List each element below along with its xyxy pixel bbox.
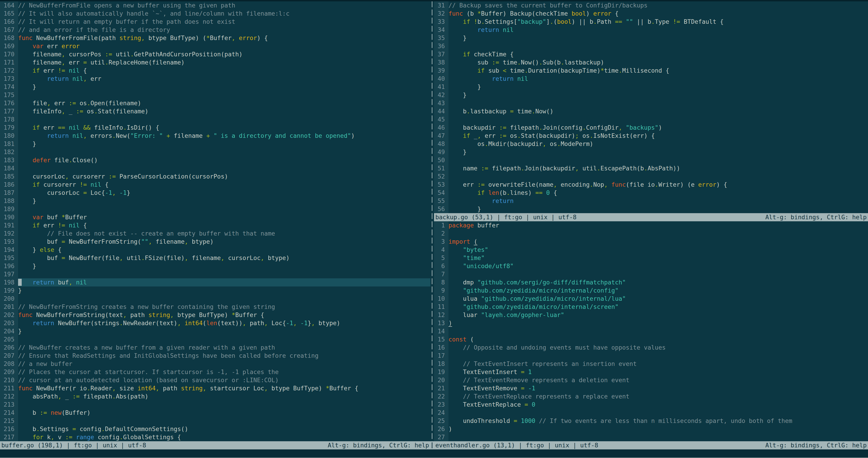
code-line[interactable]: 23 TextEventReplace = 0 xyxy=(434,401,868,409)
code-line[interactable]: 165 // It will also automatically handle… xyxy=(0,9,430,18)
code-line[interactable]: 12 luar "layeh.com/gopher-luar" xyxy=(434,311,868,319)
code-line[interactable]: 176 file, err := os.Open(filename) xyxy=(0,99,430,107)
code-line[interactable]: 181 } xyxy=(0,140,430,148)
code-line[interactable]: 54 if len(b.lines) == 0 { xyxy=(434,189,868,197)
code-line[interactable]: 37 if checkTime { xyxy=(434,50,868,58)
code-line[interactable]: 2 xyxy=(434,229,868,237)
code-line[interactable]: 167 // and an error if the file is a dir… xyxy=(0,26,430,34)
code-line[interactable]: 203 return NewBuffer(strings.NewReader(t… xyxy=(0,319,430,327)
code-line[interactable]: 7 xyxy=(434,270,868,278)
code-line[interactable]: 4 "bytes" xyxy=(434,246,868,254)
code-line[interactable]: 14 xyxy=(434,327,868,335)
code-line[interactable]: 47 if _, err := os.Stat(backupdir); os.I… xyxy=(434,132,868,140)
code-line[interactable]: 3 import ( xyxy=(434,237,868,246)
code-line[interactable]: 207 // Ensure that ReadSettings and Init… xyxy=(0,352,430,360)
code-line[interactable]: 187 cursorLoc = Loc{-1, -1} xyxy=(0,189,430,197)
code-line[interactable]: 5 "time" xyxy=(434,254,868,262)
code-line[interactable]: 20 // TextEventRemove represents a delet… xyxy=(434,376,868,384)
code-line[interactable]: 21 TextEventRemove = -1 xyxy=(434,384,868,392)
code-line[interactable]: 199 } xyxy=(0,286,430,295)
code-line[interactable]: 192 // File does not exist -- create an … xyxy=(0,229,430,237)
code-line[interactable]: 177 fileInfo, _ := os.Stat(filename) xyxy=(0,107,430,115)
code-line[interactable]: 213 xyxy=(0,401,430,409)
code-line[interactable]: 31 // Backup saves the current buffer to… xyxy=(434,1,868,9)
code-line[interactable]: 170 filename, cursorPos := util.GetPathA… xyxy=(0,50,430,58)
code-line[interactable]: 32 func (b *Buffer) Backup(checkTime boo… xyxy=(434,9,868,18)
code-line[interactable]: 202 func NewBufferFromString(text, path … xyxy=(0,311,430,319)
code-line[interactable]: 8 dmp "github.com/sergi/go-diff/diffmatc… xyxy=(434,278,868,286)
code-line[interactable]: 42 } xyxy=(434,91,868,99)
code-line[interactable]: 6 "unicode/utf8" xyxy=(434,262,868,270)
code-line[interactable]: 40 return nil xyxy=(434,75,868,83)
code-line[interactable]: 183 defer file.Close() xyxy=(0,156,430,164)
code-line[interactable]: 50 xyxy=(434,156,868,164)
editor-pane-buffer-go[interactable]: 164 // NewBufferFromFile opens a new buf… xyxy=(0,1,430,441)
code-line[interactable]: 49 } xyxy=(434,148,868,156)
code-line[interactable]: 38 sub := time.Now().Sub(b.lastbackup) xyxy=(434,58,868,66)
code-line[interactable]: 27 xyxy=(434,433,868,441)
code-line[interactable]: 9 "github.com/zyedidia/micro/internal/co… xyxy=(434,286,868,295)
code-line[interactable]: 217 for k, v := range config.GlobalSetti… xyxy=(0,433,430,441)
code-line[interactable]: 45 xyxy=(434,115,868,123)
code-line[interactable]: 185 cursorLoc, cursorerr := ParseCursorL… xyxy=(0,172,430,180)
code-line[interactable]: 191 if err != nil { xyxy=(0,221,430,229)
code-line[interactable]: 22 // TextEventReplace represents a repl… xyxy=(434,392,868,401)
code-line[interactable]: 26 ) xyxy=(434,425,868,433)
code-line[interactable]: 17 xyxy=(434,352,868,360)
code-line[interactable]: 53 err := overwriteFile(name, encoding.N… xyxy=(434,180,868,189)
command-line-row[interactable] xyxy=(0,450,868,458)
code-line[interactable]: 195 buf = NewBuffer(file, util.FSize(fil… xyxy=(0,254,430,262)
code-line[interactable]: 51 name := filepath.Join(backupdir, util… xyxy=(434,164,868,172)
code-line[interactable]: 205 xyxy=(0,335,430,343)
code-line[interactable]: 175 xyxy=(0,91,430,99)
code-line[interactable]: 56 } xyxy=(434,205,868,213)
code-line[interactable]: 55 return xyxy=(434,197,868,205)
code-line[interactable]: 35 } xyxy=(434,34,868,42)
code-line[interactable]: 186 if cursorerr != nil { xyxy=(0,180,430,189)
code-line[interactable]: 216 b.Settings = config.DefaultCommonSet… xyxy=(0,425,430,433)
code-line[interactable]: 214 b := new(Buffer) xyxy=(0,409,430,417)
code-line[interactable]: 34 return nil xyxy=(434,26,868,34)
code-line[interactable]: 190 var buf *Buffer xyxy=(0,213,430,221)
editor-pane-backup-go[interactable]: 31 // Backup saves the current buffer to… xyxy=(434,1,868,213)
code-line[interactable]: 33 if !b.Settings["backup"].(bool) || b.… xyxy=(434,18,868,26)
code-line[interactable]: 24 xyxy=(434,409,868,417)
code-line[interactable]: 194 } else { xyxy=(0,246,430,254)
code-line[interactable]: 171 filename, err = util.ReplaceHome(fil… xyxy=(0,58,430,66)
code-line[interactable]: 25 undoThreshold = 1000 // If two events… xyxy=(434,417,868,425)
code-line[interactable]: 174 } xyxy=(0,83,430,91)
code-line[interactable]: 215 xyxy=(0,417,430,425)
code-line[interactable]: 44 b.lastbackup = time.Now() xyxy=(434,107,868,115)
code-line[interactable]: 41 } xyxy=(434,83,868,91)
code-line[interactable]: 208 // a new buffer xyxy=(0,360,430,368)
code-line[interactable]: 211 func NewBuffer(r io.Reader, size int… xyxy=(0,384,430,392)
code-line[interactable]: 210 // cursor at an autodetected locatio… xyxy=(0,376,430,384)
code-line[interactable]: 46 backupdir := filepath.Join(config.Con… xyxy=(434,123,868,132)
code-line[interactable]: 16 // Opposite and undoing events must h… xyxy=(434,343,868,352)
code-line[interactable]: 43 xyxy=(434,99,868,107)
code-line[interactable]: 200 xyxy=(0,295,430,303)
code-line[interactable]: 196 } xyxy=(0,262,430,270)
code-line[interactable]: 180 return nil, errors.New("Error: " + f… xyxy=(0,132,430,140)
code-line[interactable]: 198 return buf, nil xyxy=(0,278,430,286)
code-line[interactable]: 48 os.Mkdir(backupdir, os.ModePerm) xyxy=(434,140,868,148)
code-line[interactable]: 36 xyxy=(434,42,868,50)
code-line[interactable]: 179 if err == nil && fileInfo.IsDir() { xyxy=(0,123,430,132)
code-line[interactable]: 169 var err error xyxy=(0,42,430,50)
code-line[interactable]: 189 xyxy=(0,205,430,213)
code-line[interactable]: 201 // NewBufferFromString creates a new… xyxy=(0,303,430,311)
code-line[interactable]: 166 // It will return an empty buffer if… xyxy=(0,18,430,26)
code-line[interactable]: 182 xyxy=(0,148,430,156)
code-line[interactable]: 168 func NewBufferFromFile(path string, … xyxy=(0,34,430,42)
code-line[interactable]: 172 if err != nil { xyxy=(0,66,430,75)
code-line[interactable]: 197 xyxy=(0,270,430,278)
editor-pane-eventhandler-go[interactable]: 1 package buffer 2 3 import ( 4 "bytes" … xyxy=(434,221,868,441)
code-line[interactable]: 10 ulua "github.com/zyedidia/micro/inter… xyxy=(434,295,868,303)
code-line[interactable]: 11 "github.com/zyedidia/micro/internal/s… xyxy=(434,303,868,311)
code-line[interactable]: 18 // TextEventInsert represents an inse… xyxy=(434,360,868,368)
code-line[interactable]: 173 return nil, err xyxy=(0,75,430,83)
code-line[interactable]: 164 // NewBufferFromFile opens a new buf… xyxy=(0,1,430,9)
code-line[interactable]: 204 } xyxy=(0,327,430,335)
code-line[interactable]: 19 TextEventInsert = 1 xyxy=(434,368,868,376)
code-line[interactable]: 188 } xyxy=(0,197,430,205)
